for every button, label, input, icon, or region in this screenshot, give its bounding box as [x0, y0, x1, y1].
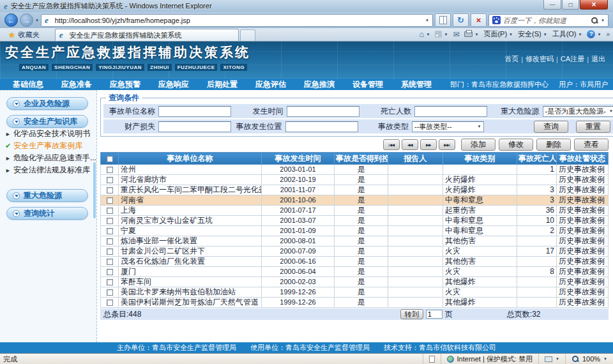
- pager-last-button[interactable]: ▶▶|: [439, 139, 455, 150]
- pager-first-button[interactable]: |◀◀: [383, 139, 400, 150]
- row-checkbox[interactable]: [107, 187, 113, 193]
- address-dropdown-icon[interactable]: [425, 19, 429, 22]
- tools-menu[interactable]: 工具(O): [552, 29, 582, 39]
- refresh-button[interactable]: [453, 13, 469, 27]
- row-checkbox[interactable]: [107, 248, 113, 255]
- header-link[interactable]: 退出: [590, 54, 607, 64]
- sidebar-group[interactable]: 查询统计: [6, 207, 88, 220]
- page-menu[interactable]: 页面(P): [483, 29, 513, 39]
- sidebar-group[interactable]: 重大危险源: [6, 189, 88, 202]
- stop-button[interactable]: [471, 13, 487, 27]
- pager-next-button[interactable]: ▶▶: [420, 139, 437, 150]
- back-button[interactable]: [4, 13, 18, 27]
- search-input[interactable]: [503, 17, 588, 24]
- zoom-control[interactable]: 100%: [565, 354, 613, 364]
- delete-button[interactable]: 删除: [536, 139, 571, 151]
- sidebar-group[interactable]: 企业及危险源: [6, 97, 88, 110]
- compatibility-view-button[interactable]: [435, 13, 451, 27]
- row-checkbox[interactable]: [107, 238, 113, 245]
- print-button[interactable]: [464, 31, 478, 37]
- reset-button[interactable]: 重置: [576, 121, 610, 133]
- row-checkbox[interactable]: [107, 289, 113, 296]
- sidebar-item[interactable]: 化学品安全技术说明书: [5, 128, 96, 140]
- table-row[interactable]: 美国伊利诺斯州芝加哥炼油厂天然气管道1999-12-26是其他爆炸历史事故案例: [101, 298, 609, 308]
- print-dropdown-icon[interactable]: [474, 33, 478, 36]
- view-button[interactable]: 查看: [574, 139, 609, 151]
- nav-item[interactable]: 应急推演: [295, 79, 344, 90]
- address-field[interactable]: e http://localhost:90/yjzh/frame/homepag…: [41, 14, 433, 27]
- sidebar-scrollbar[interactable]: [93, 162, 96, 218]
- unit-name-input[interactable]: [158, 106, 231, 117]
- mail-button[interactable]: [453, 30, 459, 39]
- query-button[interactable]: 查询: [534, 121, 568, 133]
- table-row[interactable]: 河南省2001-10-06是中毒和窒息3历史事故案例: [101, 195, 609, 206]
- occur-time-input[interactable]: [287, 106, 359, 117]
- row-checkbox[interactable]: [107, 269, 113, 275]
- safety-menu[interactable]: 安全(S): [518, 29, 547, 39]
- pager-prev-button[interactable]: ◀◀: [402, 139, 418, 150]
- table-row[interactable]: 重庆长风化一车间二苯甲酮工段二号光化釜2001-11-07是火药爆炸3历史事故案…: [101, 185, 609, 195]
- select-all-checkbox[interactable]: [107, 156, 113, 162]
- major-hazard-select[interactable]: -是否为重大危险源-: [543, 106, 613, 117]
- address-input[interactable]: http://localhost:90/yjzh/frame/homepage.…: [55, 17, 422, 24]
- death-count-input[interactable]: [414, 106, 487, 117]
- add-button[interactable]: 添加: [461, 139, 496, 151]
- feeds-dropdown-icon[interactable]: [444, 33, 448, 36]
- maximize-button[interactable]: [562, 0, 579, 10]
- goto-button[interactable]: 转到: [400, 309, 423, 319]
- nav-item[interactable]: 应急响应: [149, 79, 198, 90]
- minimize-button[interactable]: [543, 0, 561, 10]
- row-checkbox[interactable]: [107, 228, 113, 234]
- nav-item[interactable]: 基础信息: [4, 79, 52, 90]
- row-checkbox[interactable]: [107, 300, 113, 306]
- table-row[interactable]: 沧州2003-01-01是1历史事故案例: [101, 165, 609, 175]
- table-row[interactable]: 炼油事业部一催化装置2000-08-01是其他伤害历史事故案例: [101, 236, 609, 246]
- row-checkbox[interactable]: [107, 218, 113, 224]
- browser-tab[interactable]: e 安全生产应急救援指挥辅助决策系统: [55, 29, 239, 41]
- recent-pages-icon[interactable]: [35, 19, 39, 22]
- row-checkbox[interactable]: [107, 167, 113, 173]
- favorites-button[interactable]: 收藏夹: [3, 29, 45, 41]
- toolbar-overflow-icon[interactable]: [606, 31, 610, 38]
- help-menu[interactable]: [587, 30, 601, 38]
- modify-button[interactable]: 修改: [499, 139, 533, 151]
- table-row[interactable]: 河南灵宝市义寺山金矿五坑2001-03-07是中毒和窒息10历史事故案例: [101, 216, 609, 226]
- table-row[interactable]: 上海2001-07-17是起重伤害36历史事故案例: [101, 206, 609, 216]
- status-network-segment[interactable]: [538, 354, 565, 364]
- sidebar-item[interactable]: 安全生产事故案例库: [5, 140, 96, 152]
- feeds-button[interactable]: [435, 31, 448, 38]
- header-link[interactable]: 首页: [503, 54, 520, 64]
- table-row[interactable]: 河北省廊坊市2002-10-19是火药爆炸历史事故案例: [101, 175, 609, 185]
- table-row[interactable]: 宁夏2001-01-09是中毒和窒息2历史事故案例: [101, 226, 609, 236]
- table-row[interactable]: 甘肃金川公司二矿区井下2000-07-09是火灾17历史事故案例: [101, 246, 609, 257]
- table-row[interactable]: 美国北卡罗来纳州韦兹伯勒加油站1999-12-26是火灾历史事故案例: [101, 287, 609, 298]
- row-checkbox[interactable]: [107, 177, 113, 183]
- home-button[interactable]: [420, 29, 430, 39]
- nav-item[interactable]: 应急预警: [101, 79, 149, 90]
- table-row[interactable]: 茂名石化炼油厂焦化装置2000-06-16是其他伤害历史事故案例: [101, 257, 609, 267]
- nav-item[interactable]: 系统管理: [392, 79, 441, 90]
- sidebar-item[interactable]: 危险化学品应急速查手...: [5, 152, 96, 164]
- row-checkbox[interactable]: [107, 197, 113, 204]
- nav-item[interactable]: 设备管理: [344, 79, 392, 90]
- nav-item[interactable]: 应急评估: [246, 79, 295, 90]
- row-checkbox[interactable]: [107, 259, 113, 265]
- accident-type-select[interactable]: --事故类型--: [412, 121, 484, 132]
- search-dropdown-icon[interactable]: [601, 19, 605, 22]
- search-box[interactable]: [488, 14, 609, 27]
- sidebar-item[interactable]: 安全法律法规及标准库: [5, 164, 96, 176]
- header-link[interactable]: CA注册: [559, 54, 586, 64]
- new-tab-button[interactable]: [240, 29, 255, 41]
- table-row[interactable]: 苯酐车间2000-02-03是其他爆炸历史事故案例: [101, 277, 609, 287]
- location-input[interactable]: [285, 121, 358, 132]
- header-link[interactable]: 修改密码: [524, 54, 555, 64]
- close-button[interactable]: [580, 0, 608, 10]
- search-icon[interactable]: [591, 17, 598, 24]
- goto-page-input[interactable]: [426, 310, 443, 319]
- property-loss-input[interactable]: [158, 121, 231, 132]
- nav-item[interactable]: 后期处置: [198, 79, 246, 90]
- row-checkbox[interactable]: [107, 279, 113, 285]
- nav-item[interactable]: 应急准备: [52, 79, 101, 90]
- forward-button[interactable]: [20, 13, 33, 27]
- home-dropdown-icon[interactable]: [426, 33, 430, 36]
